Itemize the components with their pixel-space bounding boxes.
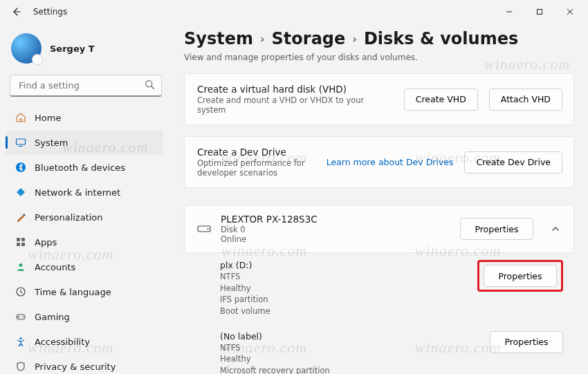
svg-point-11 [22,317,24,318]
main-content: System › Storage › Disks & volumes View … [172,24,588,374]
nav-network[interactable]: Network & internet [6,180,163,205]
chevron-right-icon: › [260,32,265,46]
username: Sergey T [50,44,95,54]
nav-label: Accounts [35,262,75,272]
nav-label: Network & internet [35,187,120,198]
attach-vhd-button[interactable]: Attach VHD [489,88,562,111]
svg-point-8 [19,263,23,267]
volume-line: Healthy [220,353,480,365]
nav-apps[interactable]: Apps [6,230,163,254]
nav-bluetooth[interactable]: Bluetooth & devices [6,155,163,180]
system-icon [15,137,26,148]
sidebar: Sergey T Home System Bluetooth & devices… [0,24,172,374]
volume-name: plx (D:) [220,260,468,270]
nav-list: Home System Bluetooth & devices Network … [3,105,166,374]
nav-time[interactable]: Time & language [6,279,163,304]
volume-row: (No label) NTFS Healthy Microsoft recove… [184,324,574,374]
minimize-button[interactable] [494,1,524,22]
vhd-title: Create a virtual hard disk (VHD) [197,84,393,95]
chevron-up-icon[interactable] [549,225,562,233]
disk-status: Online [221,234,450,244]
breadcrumb: System › Storage › Disks & volumes [184,29,574,48]
volume-properties-button[interactable]: Properties [490,331,563,353]
svg-rect-2 [17,139,26,144]
nav-label: Time & language [35,287,111,297]
nav-gaming[interactable]: Gaming [6,304,163,329]
svg-point-1 [146,81,152,87]
disk-icon [197,225,211,233]
disk-properties-button[interactable]: Properties [460,218,533,240]
nav-label: Bluetooth & devices [35,162,125,173]
page-subtitle: View and manage properties of your disks… [184,53,574,62]
bluetooth-icon [15,162,26,173]
nav-accessibility[interactable]: Accessibility [6,329,163,354]
chevron-right-icon: › [352,32,357,46]
close-button[interactable] [555,1,585,22]
privacy-icon [15,361,26,372]
dev-title: Create a Dev Drive [197,147,315,158]
nav-label: Gaming [35,312,70,322]
svg-rect-7 [21,243,25,246]
network-icon [15,187,26,198]
volume-properties-button[interactable]: Properties [484,265,557,287]
vhd-card: Create a virtual hard disk (VHD) Create … [184,73,574,125]
disk-group: PLEXTOR PX-128S3C Disk 0 Online Properti… [184,205,574,374]
apps-icon [15,236,26,247]
window-title: Settings [33,7,67,17]
volume-name: (No label) [220,331,480,342]
nav-personalization[interactable]: Personalization [6,205,163,230]
highlight-annotation: Properties [477,260,563,292]
nav-label: Apps [35,237,57,247]
volume-line: NTFS [220,271,468,283]
accessibility-icon [15,336,26,347]
nav-label: Personalization [35,212,103,223]
nav-label: System [35,138,68,148]
search-input[interactable] [10,75,162,97]
volume-row: plx (D:) NTFS Healthy IFS partition Boot… [184,253,574,324]
nav-label: Accessibility [35,337,90,347]
vhd-subtitle: Create and mount a VHD or VHDX to your s… [197,95,393,115]
search-icon [145,80,155,93]
svg-rect-4 [17,238,20,241]
svg-point-12 [20,337,22,339]
nav-home[interactable]: Home [6,105,163,130]
svg-rect-5 [21,238,25,241]
dev-subtitle: Optimized performance for developer scen… [197,158,315,178]
disk-num: Disk 0 [221,225,450,234]
volume-line: NTFS [220,342,480,354]
disk-header[interactable]: PLEXTOR PX-128S3C Disk 0 Online Properti… [184,205,574,253]
back-button[interactable] [7,3,25,21]
nav-privacy[interactable]: Privacy & security [6,354,163,374]
personalization-icon [15,212,26,223]
volume-line: Healthy [220,283,468,294]
breadcrumb-current: Disks & volumes [364,29,518,48]
nav-label: Privacy & security [35,362,116,372]
maximize-button[interactable] [524,1,555,22]
profile[interactable]: Sergey T [3,26,166,73]
titlebar: Settings [0,0,588,24]
create-vhd-button[interactable]: Create VHD [404,88,478,111]
dev-learn-link[interactable]: Learn more about Dev Drives [327,157,454,167]
breadcrumb-storage[interactable]: Storage [272,29,346,48]
gaming-icon [15,311,26,322]
volume-line: Boot volume [220,306,468,317]
accounts-icon [15,261,26,272]
nav-accounts[interactable]: Accounts [6,254,163,279]
devdrive-card: Create a Dev Drive Optimized performance… [184,136,574,188]
avatar [11,33,42,64]
breadcrumb-system[interactable]: System [184,29,253,48]
nav-label: Home [35,113,61,123]
home-icon [15,112,26,123]
svg-point-14 [208,228,209,230]
disk-name: PLEXTOR PX-128S3C [221,214,450,225]
volume-line: IFS partition [220,294,468,306]
volume-line: Microsoft recovery partition [220,365,480,374]
time-icon [15,286,26,297]
svg-rect-6 [17,243,20,246]
search-box[interactable] [10,75,162,97]
create-devdrive-button[interactable]: Create Dev Drive [464,151,562,174]
nav-system[interactable]: System [6,130,163,155]
svg-rect-0 [538,10,542,15]
